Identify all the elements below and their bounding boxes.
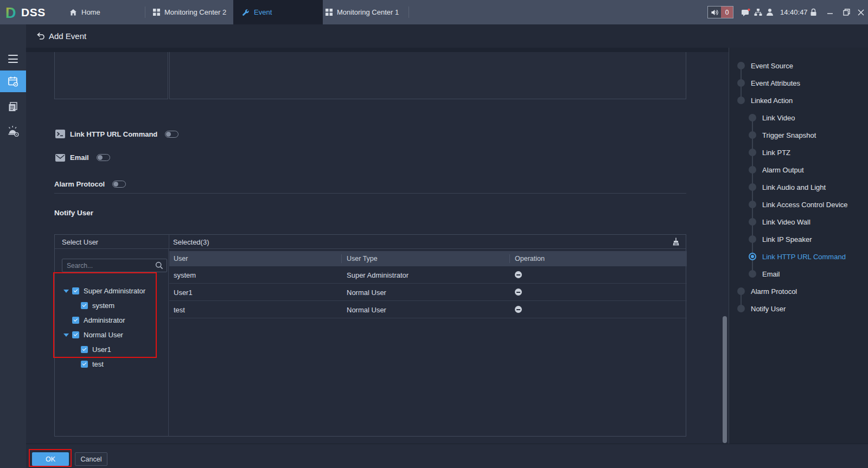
expand-arrow-icon[interactable] [63, 290, 69, 293]
tree-item-user1[interactable]: User1 [55, 342, 169, 357]
email-toggle[interactable] [97, 154, 110, 161]
step-nav-label: Link Access Control Device [762, 201, 848, 209]
cell-operation [515, 289, 522, 296]
email-row: Email [55, 153, 110, 162]
expand-arrow-icon[interactable] [63, 334, 69, 337]
step-nav-label: Trigger Snapshot [762, 131, 816, 139]
footer-bar: OK Cancel [26, 444, 868, 468]
step-nav-item-trigger-snapshot[interactable]: Trigger Snapshot [729, 126, 868, 144]
tree-item-administrator[interactable]: Administrator [55, 313, 169, 328]
alarm-protocol-toggle[interactable] [112, 181, 126, 188]
tree-item-test[interactable]: test [55, 357, 169, 371]
header-shadow [26, 48, 729, 52]
remove-user-button[interactable] [515, 306, 522, 313]
step-nav-label: Link Video [762, 114, 795, 122]
tree-item-system[interactable]: system [55, 298, 169, 313]
tab-separator [409, 7, 409, 18]
tab-event-active[interactable]: Event [233, 0, 323, 24]
step-node-icon [749, 270, 756, 278]
page-title: Add Event [49, 31, 86, 41]
step-nav-item-link-http-url-command[interactable]: Link HTTP URL Command [729, 248, 868, 265]
menu-hamburger-button[interactable] [8, 55, 18, 63]
email-label: Email [70, 153, 89, 162]
remove-user-button[interactable] [515, 271, 522, 278]
cell-operation [515, 306, 522, 313]
step-nav-item-link-ptz[interactable]: Link PTZ [729, 144, 868, 161]
page-header: Add Event [26, 24, 868, 48]
vertical-scrollbar-thumb[interactable] [723, 316, 727, 443]
step-nav-item-link-video-wall[interactable]: Link Video Wall [729, 213, 868, 230]
lock-icon[interactable] [810, 0, 817, 24]
step-nav-label: Link Audio and Light [762, 183, 826, 191]
tab-home[interactable]: Home [69, 0, 100, 24]
cancel-button[interactable]: Cancel [75, 452, 107, 466]
tree-item-label: Normal User [84, 331, 123, 339]
checkbox-test[interactable] [81, 361, 88, 368]
message-icon[interactable] [741, 0, 750, 24]
minimize-button[interactable] [827, 0, 833, 24]
step-nav-item-link-access-control-device[interactable]: Link Access Control Device [729, 196, 868, 213]
step-nav-item-notify-user[interactable]: Notify User [729, 300, 868, 317]
tree-item-label: test [92, 360, 104, 368]
checkbox-super-administrator[interactable] [72, 287, 79, 294]
tree-item-label: Administrator [84, 316, 125, 324]
checkbox-system[interactable] [81, 302, 88, 309]
cell-user: User1 [174, 289, 193, 297]
tab-label: Monitoring Center 2 [164, 8, 226, 16]
tab-monitoring-center-2[interactable]: Monitoring Center 2 [153, 0, 226, 24]
back-button[interactable] [36, 32, 45, 41]
notify-user-panel: Select User Selected(3) Super Administra… [54, 234, 686, 437]
step-nav-label: Event Source [751, 62, 793, 70]
dss-logo-d-icon: D [5, 4, 20, 21]
search-icon[interactable] [155, 261, 163, 270]
section-divider [54, 193, 686, 194]
alarm-protocol-label: Alarm Protocol [54, 180, 105, 188]
remove-user-button[interactable] [515, 289, 522, 296]
step-node-icon [749, 166, 756, 174]
tree-item-label: Super Administrator [84, 287, 145, 295]
step-node-icon [749, 114, 756, 121]
step-node-icon [749, 183, 756, 191]
restore-window-button[interactable] [843, 0, 850, 24]
step-nav-label: Link HTTP URL Command [762, 253, 846, 261]
search-input[interactable] [67, 259, 154, 272]
rail-item-event-config-active[interactable] [0, 70, 26, 92]
step-nav-item-email[interactable]: Email [729, 265, 868, 283]
rail-item-alarm-config[interactable] [0, 120, 26, 142]
alarm-protocol-row: Alarm Protocol [54, 180, 126, 188]
checkbox-normal-user[interactable] [72, 331, 79, 338]
close-button[interactable] [858, 0, 864, 24]
step-nav-label: Link Video Wall [762, 218, 810, 226]
tree-item-label: User1 [92, 345, 111, 354]
alarm-count-badge: 0 [721, 7, 733, 18]
step-nav-item-event-attributes[interactable]: Event Attributes [729, 74, 868, 92]
tree-item-normal-user[interactable]: Normal User [55, 328, 169, 342]
clear-all-button[interactable] [672, 238, 680, 246]
step-nav-item-alarm-output[interactable]: Alarm Output [729, 161, 868, 178]
ok-button[interactable]: OK [32, 452, 69, 466]
select-user-title: Select User [62, 238, 98, 246]
step-nav-item-link-audio-and-light[interactable]: Link Audio and Light [729, 178, 868, 196]
step-nav-item-link-video[interactable]: Link Video [729, 109, 868, 126]
notify-user-section-title: Notify User [54, 209, 93, 217]
checkbox-administrator[interactable] [72, 317, 79, 324]
step-nav-label: Event Attributes [751, 79, 800, 87]
step-nav-item-event-source[interactable]: Event Source [729, 57, 868, 74]
checkbox-user1[interactable] [81, 346, 88, 353]
column-header-user-type: User Type [347, 255, 378, 262]
search-box [62, 259, 167, 272]
alarm-audio-widget[interactable]: 0 [707, 6, 733, 18]
tab-label: Event [254, 8, 272, 16]
step-nav-item-link-ip-speaker[interactable]: Link IP Speaker [729, 230, 868, 248]
sitemap-icon[interactable] [754, 0, 762, 24]
step-node-icon [737, 305, 745, 312]
step-nav-item-linked-action[interactable]: Linked Action [729, 92, 868, 109]
step-nav-item-alarm-protocol[interactable]: Alarm Protocol [729, 283, 868, 300]
tab-monitoring-center-1[interactable]: Monitoring Center 1 [326, 0, 399, 24]
user-account-icon[interactable] [766, 0, 774, 24]
step-node-icon [737, 287, 745, 295]
link-http-url-command-toggle[interactable] [165, 131, 178, 138]
documents-icon [7, 101, 19, 113]
rail-item-records[interactable] [0, 96, 26, 118]
tree-item-super-administrator[interactable]: Super Administrator [55, 284, 169, 298]
